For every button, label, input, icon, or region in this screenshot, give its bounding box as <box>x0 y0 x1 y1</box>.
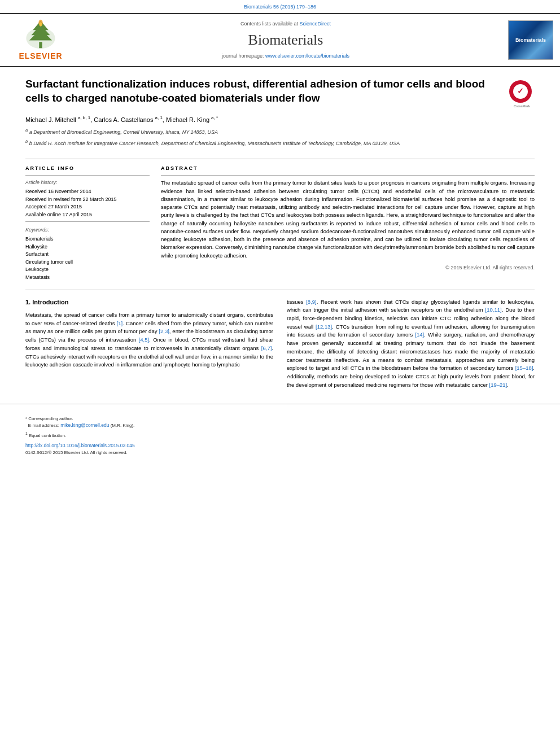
keyword-1: Biomaterials <box>25 235 150 243</box>
crossmark-icon: ✓ <box>509 80 532 103</box>
issn-line: 0142-9612/© 2015 Elsevier Ltd. All right… <box>25 449 535 456</box>
journal-reference: Biomaterials 56 (2015) 179–186 <box>0 0 560 13</box>
accepted-date: Accepted 27 March 2015 <box>25 203 150 211</box>
abstract-copyright: © 2015 Elsevier Ltd. All rights reserved… <box>161 264 535 272</box>
footer-section: * Corresponding author. E-mail address: … <box>0 404 560 463</box>
intro-heading: 1. Introduction <box>25 298 273 307</box>
keyword-2: Halloysite <box>25 243 150 251</box>
abstract-text: The metastatic spread of cancer cells fr… <box>161 179 535 260</box>
received-date: Received 16 November 2014 <box>25 188 150 195</box>
corresponding-note: * Corresponding author. <box>25 416 535 422</box>
intro-paragraph-2: tissues [8,9]. Recent work has shown tha… <box>287 298 535 390</box>
body-divider <box>25 290 535 290</box>
journal-header: ELSEVIER Contents lists available at Sci… <box>0 13 560 68</box>
journal-cover-area: Biomaterials <box>497 20 553 60</box>
crossmark-area: ✓ CrossMark <box>509 80 535 108</box>
body-section: 1. Introduction Metastasis, the spread o… <box>0 282 560 394</box>
sciencedirect-anchor[interactable]: ScienceDirect <box>300 21 331 27</box>
elsevier-tree-icon <box>18 19 63 50</box>
doi-line: http://dx.doi.org/10.1016/j.biomaterials… <box>25 442 535 449</box>
online-date: Available online 17 April 2015 <box>25 211 150 219</box>
body-columns: 1. Introduction Metastasis, the spread o… <box>25 298 535 394</box>
intro-paragraph-1: Metastasis, the spread of cancer cells f… <box>25 311 273 369</box>
abstract-label: ABSTRACT <box>161 165 535 172</box>
elsevier-logo: ELSEVIER <box>7 19 75 62</box>
abstract-divider <box>161 175 535 176</box>
journal-header-center: Contents lists available at ScienceDirec… <box>80 20 491 60</box>
article-title-section: Surfactant functionalization induces rob… <box>0 67 560 153</box>
keyword-4: Circulating tumor cell <box>25 259 150 266</box>
article-info-label: ARTICLE INFO <box>25 165 150 172</box>
affiliation-b: b b David H. Koch Institute for Integrat… <box>25 139 535 147</box>
email-link[interactable]: mike.king@cornell.edu <box>60 422 109 428</box>
publisher-logo-area: ELSEVIER <box>7 19 75 62</box>
svg-point-6 <box>40 22 42 26</box>
keyword-5: Leukocyte <box>25 266 150 273</box>
article-info-abstract: ARTICLE INFO Article history: Received 1… <box>0 165 560 282</box>
keywords-label: Keywords: <box>25 226 150 234</box>
journal-homepage: journal homepage: www.elsevier.com/locat… <box>80 53 491 60</box>
keyword-3: Surfactant <box>25 251 150 258</box>
affiliation-a: a a Department of Biomedical Engineering… <box>25 128 535 136</box>
authors: Michael J. Mitchell a, b, 1, Carlos A. C… <box>25 115 535 124</box>
sciencedirect-link: Contents lists available at ScienceDirec… <box>80 20 491 28</box>
history-label: Article history: <box>25 179 150 186</box>
article-info-column: ARTICLE INFO Article history: Received 1… <box>25 165 150 282</box>
homepage-link[interactable]: www.elsevier.com/locate/biomaterials <box>265 53 349 59</box>
body-col-left: 1. Introduction Metastasis, the spread o… <box>25 298 273 394</box>
abstract-column: ABSTRACT The metastatic spread of cancer… <box>161 165 535 282</box>
body-col-right: tissues [8,9]. Recent work has shown tha… <box>287 298 535 394</box>
article-title: Surfactant functionalization induces rob… <box>25 77 501 105</box>
journal-title: Biomaterials <box>80 30 491 50</box>
keywords-divider <box>25 221 150 222</box>
elsevier-text: ELSEVIER <box>19 51 62 62</box>
doi-link[interactable]: http://dx.doi.org/10.1016/j.biomaterials… <box>25 443 135 448</box>
revised-date: Received in revised form 22 March 2015 <box>25 196 150 203</box>
keyword-6: Metastasis <box>25 274 150 281</box>
info-divider <box>25 175 150 176</box>
journal-cover-image: Biomaterials <box>508 20 553 60</box>
crossmark-label: CrossMark <box>509 104 535 108</box>
equal-contrib-note: 1 Equal contribution. <box>25 431 535 439</box>
section-divider <box>25 159 535 159</box>
email-note: E-mail address: mike.king@cornell.edu (M… <box>25 422 535 429</box>
